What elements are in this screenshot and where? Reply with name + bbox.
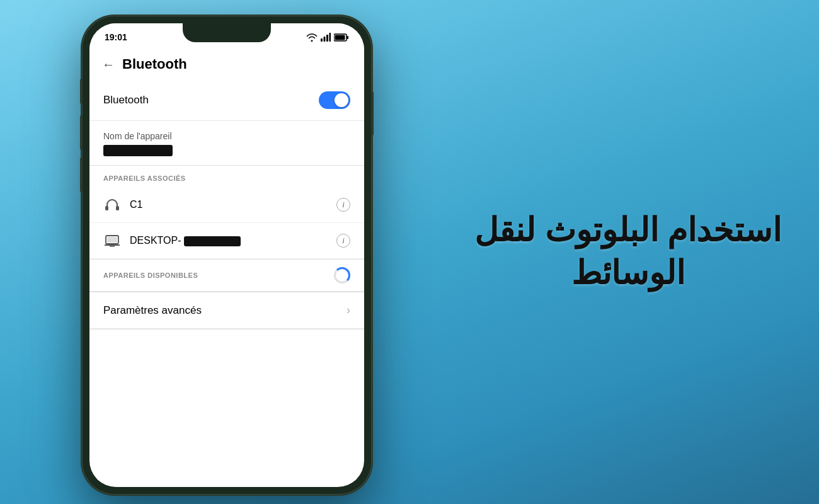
wifi-icon	[306, 33, 318, 42]
phone-screen: 19:01	[89, 23, 364, 487]
phone-device: 19:01	[82, 16, 372, 495]
device-name-section: Nom de l'appareil	[89, 121, 364, 156]
device-name-redacted	[103, 145, 173, 156]
toggle-knob	[335, 93, 348, 107]
arabic-text-area: استخدام البلوتوث لنقل الوسائط	[474, 209, 781, 294]
svg-rect-5	[347, 36, 349, 39]
svg-rect-8	[116, 206, 119, 210]
svg-rect-3	[329, 33, 331, 42]
advanced-label: Paramètres avancés	[103, 304, 202, 317]
battery-icon	[334, 33, 349, 42]
back-button[interactable]: ←	[102, 57, 115, 72]
phone-notch	[183, 23, 271, 42]
app-header: ← Bluetooth	[89, 49, 364, 80]
status-time: 19:01	[105, 32, 127, 42]
svg-rect-7	[105, 206, 108, 210]
power-button	[371, 91, 374, 135]
divider-4	[89, 329, 364, 329]
volume-down-button	[80, 158, 83, 192]
svg-rect-1	[324, 37, 326, 42]
device-name-c1: C1	[130, 199, 336, 210]
device-name-desktop: DESKTOP-	[130, 235, 336, 246]
svg-rect-6	[335, 35, 345, 40]
arabic-line2: الوسائط	[474, 252, 781, 295]
info-button-desktop[interactable]: i	[336, 234, 350, 248]
headphones-icon	[103, 196, 121, 214]
arabic-title: استخدام البلوتوث لنقل الوسائط	[474, 209, 781, 294]
phone-wrapper: 19:01	[82, 16, 372, 495]
device-item-c1[interactable]: C1 i	[89, 187, 364, 223]
bluetooth-toggle[interactable]	[319, 91, 350, 109]
bluetooth-label: Bluetooth	[103, 94, 149, 106]
chevron-right-icon: ›	[346, 304, 350, 317]
svg-rect-10	[107, 237, 117, 243]
advanced-settings-row[interactable]: Paramètres avancés ›	[89, 292, 364, 329]
arabic-line1: استخدام البلوتوث لنقل	[474, 209, 781, 252]
svg-rect-0	[321, 38, 323, 42]
bluetooth-toggle-row: Bluetooth	[89, 80, 364, 121]
signal-icon	[321, 33, 331, 42]
info-button-c1[interactable]: i	[336, 198, 350, 212]
page-title: Bluetooth	[122, 56, 187, 72]
laptop-icon	[103, 232, 121, 249]
svg-rect-2	[326, 35, 328, 42]
device-name-label: Nom de l'appareil	[103, 131, 350, 141]
volume-up-button	[80, 115, 83, 150]
available-heading: APPAREILS DISPONIBLES	[103, 272, 198, 279]
status-icons	[306, 33, 349, 42]
available-devices-row: APPAREILS DISPONIBLES	[89, 260, 364, 292]
device-item-desktop[interactable]: DESKTOP- i	[89, 223, 364, 259]
associated-heading: APPAREILS ASSOCIÉS	[89, 166, 364, 187]
loading-spinner	[334, 267, 350, 284]
desktop-name-redacted	[184, 236, 241, 246]
mute-button	[80, 79, 83, 104]
